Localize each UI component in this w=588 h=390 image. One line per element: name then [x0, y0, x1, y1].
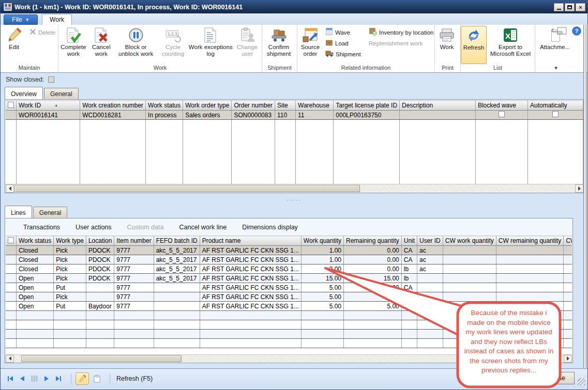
- grid-cell[interactable]: 9777: [114, 302, 154, 311]
- column-header[interactable]: Item number: [114, 236, 154, 246]
- grid-cell[interactable]: [496, 264, 563, 274]
- grid-cell[interactable]: [17, 330, 54, 339]
- grid-cell[interactable]: [200, 330, 301, 339]
- column-header-work-id[interactable]: Work ID▲: [17, 101, 80, 111]
- grid-cell[interactable]: [496, 339, 563, 348]
- grid-cell[interactable]: [154, 292, 200, 302]
- grid-cell[interactable]: PDOCK: [86, 274, 114, 283]
- grid-cell[interactable]: 15.00: [344, 274, 402, 283]
- overview-horizontal-scrollbar[interactable]: [6, 184, 583, 192]
- grid-cell[interactable]: [417, 283, 443, 292]
- grid-cell[interactable]: 0.00: [344, 246, 402, 255]
- grid-cell[interactable]: [564, 255, 572, 264]
- grid-cell[interactable]: AF RST GARLIC FC CKN SSG 1...: [200, 255, 301, 264]
- row-selector[interactable]: [6, 302, 17, 311]
- grid-cell[interactable]: Open: [17, 283, 54, 292]
- row-selector[interactable]: [6, 264, 17, 274]
- grid-cell[interactable]: [232, 120, 275, 184]
- grid-cell[interactable]: [401, 320, 417, 330]
- grid-cell[interactable]: 0.00: [344, 264, 402, 274]
- grid-cell[interactable]: [301, 320, 343, 330]
- cell-checkbox[interactable]: [499, 111, 505, 117]
- grid-cell[interactable]: [154, 330, 200, 339]
- scroll-right-button[interactable]: [564, 355, 572, 363]
- grid-cell[interactable]: [443, 339, 496, 348]
- first-record-button[interactable]: [7, 375, 14, 382]
- grid-cell[interactable]: [80, 120, 146, 184]
- grid-cell[interactable]: [401, 339, 417, 348]
- grid-cell[interactable]: [564, 246, 572, 255]
- grid-cell[interactable]: [200, 320, 301, 330]
- grid-cell[interactable]: 15.00: [301, 274, 343, 283]
- row-selector[interactable]: [6, 246, 17, 255]
- scroll-right-button[interactable]: [575, 184, 583, 193]
- grid-cell[interactable]: [443, 264, 496, 274]
- grid-cell[interactable]: CA: [401, 283, 417, 292]
- select-all-checkbox[interactable]: [8, 237, 14, 243]
- grid-cell[interactable]: Open: [17, 292, 54, 302]
- grid-cell[interactable]: [528, 120, 583, 184]
- grid-cell[interactable]: 5.00: [344, 302, 402, 311]
- column-header[interactable]: Target license plate ID: [334, 101, 400, 111]
- grid-cell[interactable]: 000LP00163750: [334, 111, 400, 120]
- grid-cell[interactable]: 1.00: [301, 255, 343, 264]
- grid-cell[interactable]: lb: [401, 274, 417, 283]
- grid-cell[interactable]: [344, 311, 402, 320]
- grid-cell[interactable]: [496, 274, 563, 283]
- row-selector[interactable]: [6, 320, 17, 330]
- grid-cell[interactable]: Pick: [54, 255, 86, 264]
- grid-cell[interactable]: [443, 311, 496, 320]
- grid-cell[interactable]: AF RST GARLIC FC CKN SSG 1...: [200, 283, 301, 292]
- column-header[interactable]: Location: [86, 236, 114, 246]
- column-header[interactable]: Site: [275, 101, 296, 111]
- column-header[interactable]: Warehouse: [296, 101, 334, 111]
- grid-cell[interactable]: [86, 283, 114, 292]
- help-icon[interactable]: ?: [572, 26, 581, 38]
- grid-cell[interactable]: [417, 330, 443, 339]
- grid-cell[interactable]: [301, 311, 343, 320]
- grid-cell[interactable]: [564, 292, 572, 302]
- grid-cell[interactable]: In process: [146, 111, 183, 120]
- grid-cell[interactable]: [443, 274, 496, 283]
- grid-cell[interactable]: [154, 320, 200, 330]
- edit-record-button[interactable]: [76, 372, 89, 385]
- grid-cell[interactable]: [296, 120, 334, 184]
- grid-cell[interactable]: CA: [401, 292, 417, 302]
- grid-cell[interactable]: Pick: [54, 274, 86, 283]
- splitter[interactable]: ·····: [1, 197, 587, 204]
- resize-grip[interactable]: [578, 378, 585, 385]
- transactions-button[interactable]: Transactions: [23, 224, 60, 231]
- scroll-left-button[interactable]: [6, 184, 14, 193]
- grid-cell[interactable]: [496, 330, 563, 339]
- grid-cell[interactable]: [400, 120, 476, 184]
- grid-cell[interactable]: 11: [296, 111, 334, 120]
- load-button[interactable]: Load: [323, 38, 367, 49]
- grid-cell[interactable]: ac: [417, 246, 443, 255]
- column-header[interactable]: Description: [400, 101, 476, 111]
- grid-cell[interactable]: [401, 330, 417, 339]
- grid-cell[interactable]: [54, 320, 86, 330]
- row-selector[interactable]: [6, 255, 17, 264]
- grid-cell[interactable]: WOR0016141: [17, 111, 80, 120]
- close-window-button[interactable]: ×: [576, 3, 585, 11]
- grid-cell[interactable]: ac: [417, 264, 443, 274]
- dimensions-display-button[interactable]: Dimensions display: [242, 224, 298, 231]
- close-form-button[interactable]: Close: [539, 372, 575, 384]
- grid-cell[interactable]: [54, 330, 86, 339]
- grid-cell[interactable]: CA: [401, 302, 417, 311]
- attachments-dropdown[interactable]: ▾: [535, 64, 577, 72]
- grid-cell[interactable]: CA: [401, 246, 417, 255]
- grid-cell[interactable]: 9777: [114, 246, 154, 255]
- row-selector[interactable]: [6, 292, 17, 302]
- column-header[interactable]: CW work quantity: [443, 236, 496, 246]
- grid-cell[interactable]: [564, 302, 572, 311]
- grid-cell[interactable]: PDOCK: [86, 246, 114, 255]
- grid-cell[interactable]: [564, 320, 572, 330]
- grid-cell[interactable]: AF RST GARLIC FC CKN SSG 1...: [200, 292, 301, 302]
- grid-cell[interactable]: [496, 302, 563, 311]
- grid-cell[interactable]: Put: [54, 283, 86, 292]
- column-header[interactable]: Work order type: [183, 101, 232, 111]
- grid-cell[interactable]: [496, 283, 563, 292]
- grid-cell[interactable]: AF RST GARLIC FC CKN SSG 1...: [200, 246, 301, 255]
- grid-cell[interactable]: [443, 246, 496, 255]
